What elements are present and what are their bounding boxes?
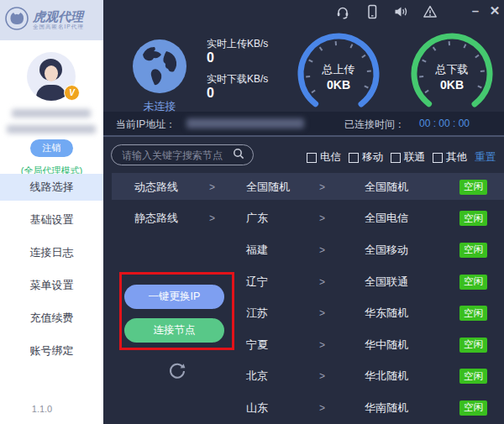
region-cell[interactable]: 山东: [246, 400, 313, 416]
chevron-right-icon: >: [319, 181, 325, 193]
close-glyph: ✕: [490, 3, 501, 18]
node-row[interactable]: > 山东 > 华南随机 空闲: [103, 392, 504, 424]
connected-time-label: 已连接时间：: [344, 118, 405, 132]
carrier-filter[interactable]: 移动: [349, 150, 383, 165]
carrier-filter[interactable]: 联通: [391, 150, 425, 165]
route-cell[interactable]: 动态路线: [134, 180, 206, 195]
node-row[interactable]: 静态路线 > 广东 > 全国电信 空闲: [103, 203, 504, 235]
node-cell[interactable]: 华东随机: [365, 306, 453, 321]
node-cell[interactable]: 全国联通: [365, 275, 453, 290]
close-button[interactable]: ✕: [487, 3, 502, 18]
node-cell[interactable]: 华南随机: [365, 400, 453, 416]
logout-button[interactable]: 注销: [30, 139, 73, 157]
checkbox-icon[interactable]: [307, 153, 317, 163]
checkbox-icon[interactable]: [349, 153, 359, 163]
carrier-label: 电信: [320, 150, 341, 165]
realtime-upload-value: 0: [207, 50, 214, 65]
sidebar-menu: 线路选择 基础设置 连接日志 菜单设置 充值续费 账号绑定: [0, 174, 103, 370]
status-badge: 空闲: [459, 275, 487, 290]
route-cell[interactable]: 静态路线: [134, 211, 206, 226]
change-ip-button[interactable]: 一键更换IP: [124, 285, 224, 309]
avatar-torso: [36, 85, 66, 101]
realtime-download-label: 实时下载KB/s: [207, 72, 268, 86]
node-cell[interactable]: 华中随机: [365, 338, 453, 353]
status-badge: 空闲: [459, 211, 487, 226]
carrier-label: 其他: [446, 150, 467, 165]
search-icon[interactable]: [233, 148, 244, 163]
sidebar: 虎观代理 全国高匿名IP代理 V 注销 (全局代理模式) 线路选择 基础设置 连…: [0, 0, 103, 424]
node-row[interactable]: 动态路线 > 全国随机 > 全国随机 空闲: [103, 171, 504, 203]
sidebar-menu-item[interactable]: 充值续费: [0, 305, 103, 332]
status-badge: 空闲: [459, 180, 487, 195]
node-cell[interactable]: 全国随机: [365, 180, 453, 195]
chevron-right-icon: >: [319, 307, 325, 319]
node-row[interactable]: > 福建 > 全国移动 空闲: [103, 234, 504, 266]
connected-time-value: 00 : 00 : 00: [419, 118, 470, 129]
chevron-right-icon: >: [209, 181, 215, 193]
minimize-button[interactable]: –: [468, 3, 483, 18]
status-badge: 空闲: [459, 338, 487, 353]
menu-item-label: 账号绑定: [30, 343, 74, 359]
globe-icon: [131, 38, 188, 98]
warning-icon[interactable]: [423, 4, 438, 19]
realtime-upload-label: 实时上传KB/s: [207, 37, 268, 51]
current-ip-label: 当前IP地址：: [116, 118, 176, 132]
chevron-right-icon: >: [319, 212, 325, 224]
total-upload-label: 总上传: [295, 62, 382, 77]
status-badge: 空闲: [459, 243, 487, 258]
sidebar-menu-item[interactable]: 连接日志: [0, 239, 103, 266]
logo-header: 虎观代理 全国高匿名IP代理: [0, 0, 103, 40]
avatar-face: [45, 65, 58, 81]
status-badge: 空闲: [459, 369, 487, 384]
app-tagline: 全国高匿名IP代理: [33, 24, 84, 31]
refresh-icon[interactable]: [167, 361, 187, 381]
connect-node-button[interactable]: 连接节点: [124, 318, 224, 343]
node-cell[interactable]: 全国电信: [365, 211, 453, 226]
node-search: [111, 144, 254, 165]
region-cell[interactable]: 江苏: [246, 306, 313, 321]
checkbox-icon[interactable]: [433, 153, 443, 163]
status-badge: 空闲: [459, 400, 487, 416]
vip-badge-icon: V: [64, 85, 80, 101]
carrier-filter[interactable]: 电信: [307, 150, 341, 165]
sidebar-menu-item[interactable]: 基础设置: [0, 207, 103, 233]
total-upload-gauge: 总上传 0KB: [295, 30, 382, 118]
tiger-logo-icon: [4, 6, 29, 34]
region-cell[interactable]: 宁夏: [246, 338, 313, 353]
region-cell[interactable]: 北京: [246, 369, 313, 384]
menu-item-label: 连接日志: [30, 245, 74, 260]
sidebar-menu-item[interactable]: 账号绑定: [0, 338, 103, 364]
node-cell[interactable]: 华北随机: [365, 369, 453, 384]
announcement-icon[interactable]: [393, 4, 408, 19]
search-input[interactable]: [120, 149, 228, 162]
checkbox-icon[interactable]: [391, 153, 401, 163]
region-cell[interactable]: 全国随机: [246, 180, 313, 195]
mobile-icon[interactable]: [365, 4, 380, 19]
region-cell[interactable]: 辽宁: [246, 275, 313, 290]
minimize-glyph: –: [472, 3, 479, 18]
node-row[interactable]: > 北京 > 华北随机 空闲: [103, 361, 504, 393]
total-download-value: 0KB: [408, 78, 496, 92]
region-cell[interactable]: 广东: [246, 211, 313, 226]
menu-item-label: 菜单设置: [30, 278, 74, 293]
node-cell[interactable]: 全国移动: [365, 243, 453, 258]
chevron-right-icon: >: [319, 276, 325, 288]
blurred-username-line2: [7, 125, 96, 133]
sidebar-menu-item[interactable]: 菜单设置: [0, 272, 103, 299]
sidebar-menu-item[interactable]: 线路选择: [0, 174, 103, 201]
menu-item-label: 充值续费: [30, 311, 74, 326]
chevron-right-icon: >: [209, 212, 215, 224]
carrier-filter[interactable]: 其他: [433, 150, 467, 165]
menu-item-label: 基础设置: [30, 212, 74, 228]
status-badge: 空闲: [459, 306, 487, 321]
carrier-label: 联通: [404, 150, 425, 165]
app-title: 虎观代理: [33, 10, 84, 24]
reset-filters-link[interactable]: 重置: [475, 150, 496, 165]
menu-item-label: 线路选择: [30, 180, 74, 195]
carrier-label: 移动: [362, 150, 383, 165]
region-cell[interactable]: 福建: [246, 243, 313, 258]
app-window: 虎观代理 全国高匿名IP代理 V 注销 (全局代理模式) 线路选择 基础设置 连…: [0, 0, 504, 424]
total-download-gauge: 总下载 0KB: [408, 30, 496, 118]
customer-service-icon[interactable]: [335, 4, 350, 19]
chevron-right-icon: >: [319, 402, 325, 414]
